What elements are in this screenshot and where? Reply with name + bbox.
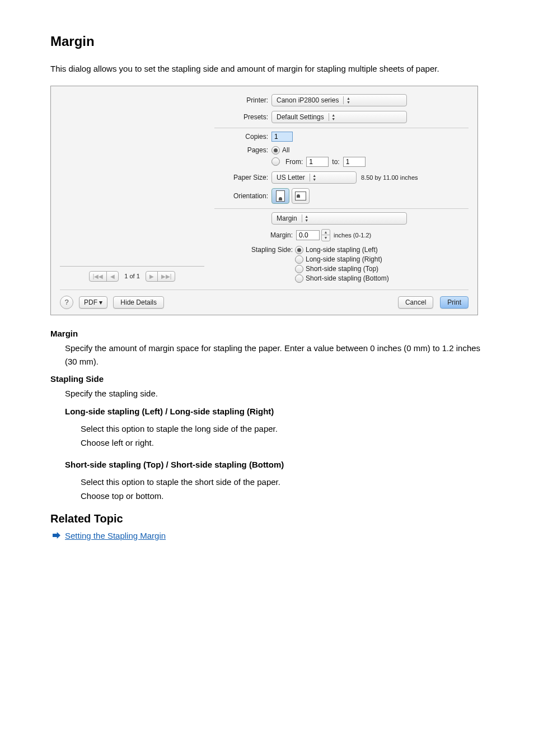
stapling-term: Stapling Side	[50, 374, 484, 384]
margin-field-label: Margin:	[214, 231, 296, 239]
margin-input[interactable]	[296, 230, 320, 240]
orientation-landscape[interactable]	[292, 188, 310, 204]
short-def1: Select this option to staple the short s…	[81, 477, 280, 487]
pages-label: Pages:	[214, 146, 271, 154]
long-def1: Select this option to staple the long si…	[81, 424, 278, 433]
print-button[interactable]: Print	[440, 296, 469, 309]
long-def2: Choose left or right.	[81, 438, 154, 447]
page-title: Margin	[50, 34, 484, 49]
pages-to-input[interactable]	[343, 157, 366, 167]
pages-to-label: to:	[332, 158, 339, 166]
orientation-portrait[interactable]	[271, 188, 289, 204]
stapling-radio-3[interactable]	[295, 274, 303, 283]
presets-select[interactable]: Default Settings ▲▼	[271, 111, 407, 123]
pages-range-radio[interactable]	[271, 157, 280, 166]
related-topic-heading: Related Topic	[50, 512, 484, 525]
presets-label: Presets:	[214, 113, 271, 121]
printer-label: Printer:	[214, 96, 271, 104]
preview-prev-buttons[interactable]: |◀◀◀	[89, 271, 119, 282]
long-term: Long-side stapling (Left) / Long-side st…	[65, 405, 484, 418]
stapling-radio-0[interactable]	[295, 246, 303, 254]
stapling-radio-2[interactable]	[295, 265, 303, 273]
short-term: Short-side stapling (Top) / Short-side s…	[65, 458, 484, 472]
pages-from-input[interactable]	[306, 157, 329, 167]
preview-next-buttons[interactable]: ▶▶▶|	[146, 271, 176, 282]
short-def2: Choose top or bottom.	[81, 491, 163, 501]
related-link[interactable]: Setting the Stapling Margin	[65, 531, 166, 540]
margin-term: Margin	[50, 329, 484, 338]
dialog-screenshot: |◀◀◀ 1 of 1 ▶▶▶| Printer: Canon iP2800 s…	[50, 86, 478, 315]
pages-from-label: From:	[285, 158, 303, 166]
orientation-label: Orientation:	[214, 192, 271, 200]
preview-page-indicator: 1 of 1	[124, 273, 140, 279]
stapling-opt-3: Short-side stapling (Bottom)	[306, 274, 389, 282]
paper-size-select[interactable]: US Letter ▲▼	[271, 171, 357, 184]
pages-all-label: All	[282, 146, 289, 154]
margin-def: Specify the amount of margin space for s…	[65, 342, 484, 368]
margin-stepper[interactable]: ▲▼	[321, 229, 330, 241]
pane-select[interactable]: Margin ▲▼	[271, 212, 407, 225]
arrow-icon	[53, 532, 60, 539]
paper-dims: 8.50 by 11.00 inches	[361, 174, 418, 181]
cancel-button[interactable]: Cancel	[398, 296, 433, 309]
stapling-opt-0: Long-side stapling (Left)	[306, 246, 378, 254]
copies-label: Copies:	[214, 133, 271, 141]
paper-size-label: Paper Size:	[214, 174, 271, 181]
hide-details-button[interactable]: Hide Details	[113, 296, 164, 309]
stapling-opt-1: Long-side stapling (Right)	[306, 255, 382, 263]
preview-pane: |◀◀◀ 1 of 1 ▶▶▶|	[60, 94, 204, 284]
stapling-opt-2: Short-side stapling (Top)	[306, 265, 378, 273]
margin-range: inches (0-1.2)	[334, 232, 371, 239]
intro-text: This dialog allows you to set the stapli…	[50, 63, 484, 76]
copies-input[interactable]	[271, 132, 293, 142]
stapling-side-label: Stapling Side:	[246, 246, 295, 254]
stapling-radio-1[interactable]	[295, 255, 303, 264]
printer-select[interactable]: Canon iP2800 series ▲▼	[271, 94, 407, 106]
pages-all-radio[interactable]	[271, 146, 280, 155]
stapling-def: Specify the stapling side.	[65, 389, 158, 398]
help-button[interactable]: ?	[60, 296, 73, 309]
pdf-button[interactable]: PDF ▾	[79, 296, 107, 309]
